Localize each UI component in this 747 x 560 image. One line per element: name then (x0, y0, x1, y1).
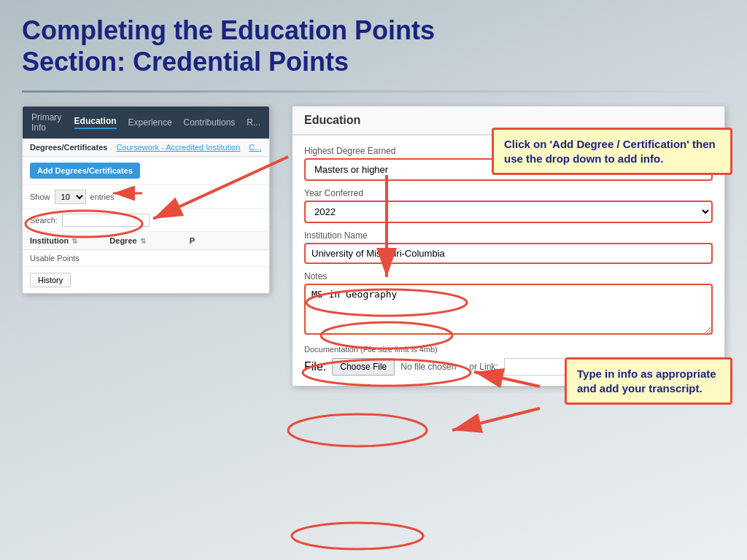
entries-label: entries (90, 192, 115, 201)
notes-label: Notes (304, 271, 713, 281)
history-button[interactable]: History (30, 273, 71, 287)
show-select[interactable]: 10 (55, 190, 86, 204)
page-title: Completing the Education Points Section:… (22, 15, 725, 77)
institution-label: Institution Name (304, 230, 713, 241)
svg-line-4 (452, 408, 540, 430)
callout-box-2: Type in info as appropriate and add your… (565, 357, 732, 405)
choose-file-button[interactable]: Choose File (332, 358, 395, 376)
sort-arrows-institution[interactable]: ⇅ (71, 237, 77, 245)
search-label: Search: (30, 216, 58, 225)
col-institution: Institution ⇅ (30, 236, 102, 245)
divider (22, 90, 725, 93)
add-btn-row: Add Degrees/Certificates (23, 157, 269, 185)
tab-coursework[interactable]: Coursework - Accredited Institution (116, 143, 240, 152)
notes-textarea[interactable]: MS in Geography (304, 284, 713, 335)
add-degrees-button[interactable]: Add Degrees/Certificates (30, 163, 140, 179)
nav-experience[interactable]: Experience (128, 117, 172, 128)
col-degree: Degree ⇅ (109, 236, 182, 245)
show-row: Show 10 entries (23, 185, 269, 209)
sort-arrows-degree[interactable]: ⇅ (140, 237, 146, 245)
history-row: History (23, 267, 269, 293)
doc-label: Documentation (File size limit is 4mb) (304, 345, 713, 354)
tab-more[interactable]: C... (249, 143, 261, 152)
search-row: Search: (23, 209, 269, 232)
year-conferred-select[interactable]: 2022 2021 2020 2019 (304, 201, 713, 223)
svg-point-9 (288, 414, 427, 446)
col-p: P (190, 236, 262, 245)
nav-more[interactable]: R... (247, 117, 260, 128)
show-label: Show (30, 192, 50, 201)
search-input[interactable] (62, 214, 150, 227)
institution-input[interactable] (304, 243, 713, 264)
svg-point-10 (292, 523, 423, 549)
nav-contributions[interactable]: Contributions (184, 117, 236, 128)
file-label: File: (304, 360, 326, 373)
nav-bar: Primary Info Education Experience Contri… (23, 106, 269, 139)
main-container: Completing the Education Points Section:… (0, 0, 747, 560)
no-file-text: No file chosen (400, 362, 456, 372)
table-header: Institution ⇅ Degree ⇅ P (23, 232, 269, 250)
nav-education[interactable]: Education (74, 116, 117, 129)
year-conferred-label: Year Conferred (304, 188, 713, 198)
tab-bar: Degrees/Certificates Coursework - Accred… (23, 139, 269, 157)
tab-degrees-certificates[interactable]: Degrees/Certificates (30, 143, 107, 152)
callout-box-1: Click on 'Add Degree / Certification' th… (492, 128, 732, 175)
or-link-label: or Link: (469, 362, 498, 372)
left-panel: Primary Info Education Experience Contri… (22, 106, 270, 294)
nav-primary-info[interactable]: Primary Info (31, 112, 63, 133)
table-row-usable-points: Usable Points (23, 250, 269, 267)
